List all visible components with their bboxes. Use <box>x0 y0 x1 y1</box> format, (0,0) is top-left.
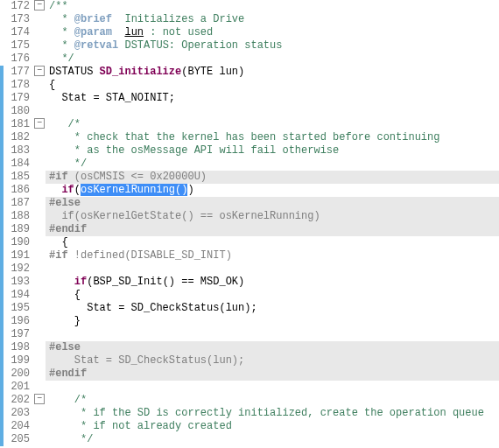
fold-spacer <box>33 92 46 105</box>
line-number: 177 <box>5 66 30 79</box>
fold-spacer <box>33 105 46 118</box>
fold-gutter[interactable] <box>33 0 46 448</box>
code-token: #else <box>49 341 81 354</box>
line-number: 189 <box>5 223 30 236</box>
code-token: DSTATUS: Operation status <box>118 39 282 52</box>
code-line[interactable]: if(osKernelRunning()) <box>46 184 499 197</box>
code-line[interactable] <box>46 105 499 118</box>
fold-spacer <box>33 354 46 368</box>
code-token: lun <box>124 26 144 38</box>
line-number: 197 <box>5 328 30 341</box>
code-token: : not used <box>144 26 213 38</box>
code-line[interactable] <box>46 262 499 276</box>
code-line[interactable]: #else <box>46 341 499 354</box>
line-number: 205 <box>5 433 30 446</box>
code-token: ( <box>74 184 81 196</box>
code-line[interactable]: */ <box>46 433 499 446</box>
fold-spacer <box>33 184 46 197</box>
code-line[interactable]: * @brief Initializes a Drive <box>46 13 499 26</box>
code-line[interactable]: if(osKernelGetState() == osKernelRunning… <box>46 210 499 223</box>
code-line[interactable]: * check that the kernel has been started… <box>46 131 499 144</box>
line-number: 202 <box>5 394 30 407</box>
code-line[interactable]: Stat = SD_CheckStatus(lun); <box>46 354 499 368</box>
fold-toggle-icon[interactable] <box>33 394 46 407</box>
line-number: 183 <box>5 144 30 158</box>
code-token: @retval <box>74 39 118 52</box>
fold-spacer <box>33 26 46 39</box>
code-line[interactable]: #if (osCMSIS <= 0x20000U) <box>46 171 499 184</box>
line-number: 179 <box>5 92 30 105</box>
code-editor[interactable]: 1721731741751761771781791801811821831841… <box>0 0 499 448</box>
line-number: 194 <box>5 289 30 302</box>
code-line[interactable]: * @retval DSTATUS: Operation status <box>46 39 499 52</box>
code-line[interactable]: /* <box>46 118 499 131</box>
code-line[interactable]: */ <box>46 52 499 66</box>
fold-spacer <box>33 420 46 433</box>
code-line[interactable]: #if !defined(DISABLE_SD_INIT) <box>46 249 499 262</box>
line-number: 174 <box>5 26 30 39</box>
line-number: 201 <box>5 381 30 394</box>
fold-spacer <box>33 276 46 289</box>
code-token: #endif <box>49 223 87 235</box>
code-line[interactable]: /* <box>46 394 499 407</box>
code-token: * <box>49 39 74 52</box>
fold-toggle-icon[interactable] <box>33 66 46 79</box>
code-token: { <box>49 236 68 248</box>
fold-toggle-icon[interactable] <box>33 118 46 131</box>
line-number: 188 <box>5 210 30 223</box>
code-token: * if the SD is correctly initialized, cr… <box>49 407 484 419</box>
code-token: #if <box>49 249 68 262</box>
code-line[interactable] <box>46 381 499 394</box>
code-token: */ <box>49 158 87 170</box>
fold-toggle-icon[interactable] <box>33 0 46 13</box>
code-line[interactable]: * if not already created <box>46 420 499 433</box>
code-line[interactable]: Stat = STA_NOINIT; <box>46 92 499 105</box>
code-token: /* <box>49 118 81 130</box>
code-token <box>112 26 124 38</box>
code-token: if <box>49 276 87 288</box>
code-token: !defined(DISABLE_SD_INIT) <box>68 249 232 262</box>
code-line[interactable]: } <box>46 315 499 328</box>
code-token: Stat = SD_CheckStatus(lun); <box>49 354 244 367</box>
code-line[interactable]: { <box>46 289 499 302</box>
line-number: 172 <box>5 0 30 13</box>
code-area[interactable]: /** * @brief Initializes a Drive * @para… <box>46 0 499 448</box>
code-line[interactable]: DSTATUS SD_initialize(BYTE lun) <box>46 66 499 79</box>
code-token: Stat = SD_CheckStatus(lun); <box>49 302 257 314</box>
code-line[interactable]: Stat = SD_CheckStatus(lun); <box>46 302 499 315</box>
code-token: if(osKernelGetState() == osKernelRunning… <box>49 210 320 222</box>
code-line[interactable]: #endif <box>46 368 499 381</box>
fold-spacer <box>33 289 46 302</box>
fold-spacer <box>33 315 46 328</box>
code-token: } <box>49 315 81 327</box>
fold-spacer <box>33 131 46 144</box>
line-number: 200 <box>5 368 30 381</box>
code-token: #if <box>49 171 68 183</box>
code-line[interactable] <box>46 328 499 341</box>
code-line[interactable]: if(BSP_SD_Init() == MSD_OK) <box>46 276 499 289</box>
text-selection: osKernelRunning() <box>81 184 187 196</box>
code-line[interactable]: * as the osMessage API will fail otherwi… <box>46 144 499 158</box>
code-token: if <box>49 184 74 196</box>
fold-spacer <box>33 158 46 171</box>
code-token: * <box>49 26 74 38</box>
code-token: /* <box>49 394 87 406</box>
code-token: * check that the kernel has been started… <box>49 131 439 144</box>
code-line[interactable]: * if the SD is correctly initialized, cr… <box>46 407 499 420</box>
line-number: 195 <box>5 302 30 315</box>
code-token: @brief <box>74 13 112 25</box>
fold-spacer <box>33 249 46 262</box>
fold-spacer <box>33 39 46 52</box>
code-line[interactable]: * @param lun : not used <box>46 26 499 39</box>
code-line[interactable]: { <box>46 79 499 92</box>
code-line[interactable]: { <box>46 236 499 249</box>
code-line[interactable]: /** <box>46 0 499 13</box>
code-line[interactable]: #endif <box>46 223 499 236</box>
code-token: @param <box>74 26 112 38</box>
code-line[interactable]: */ <box>46 158 499 171</box>
code-token: (BYTE lun) <box>181 66 244 78</box>
code-token: * <box>49 13 74 25</box>
line-number: 187 <box>5 197 30 210</box>
code-token: Initializes a Drive <box>112 13 244 25</box>
code-line[interactable]: #else <box>46 197 499 210</box>
